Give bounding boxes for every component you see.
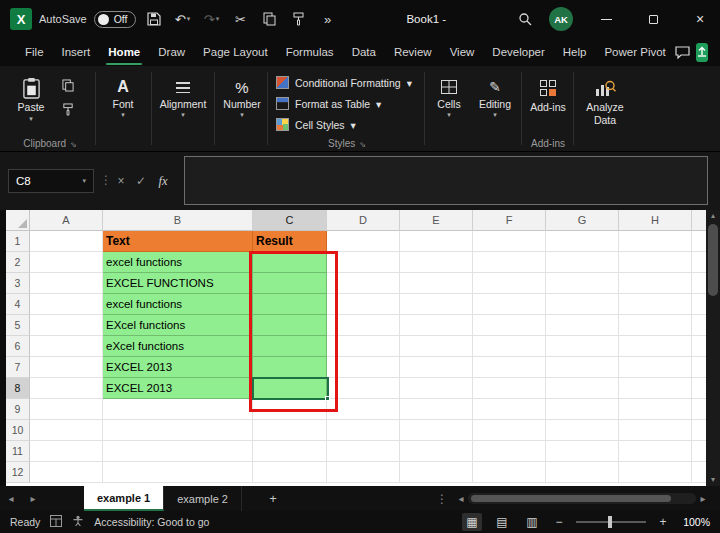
cell-E5[interactable] xyxy=(400,315,473,336)
cell-C7[interactable] xyxy=(253,357,327,378)
editing-group-button[interactable]: ✎ Editing ▾ xyxy=(472,66,518,151)
sheet-tab-example-1[interactable]: example 1 xyxy=(84,486,164,511)
paste-button[interactable]: Paste ▾ xyxy=(10,68,52,123)
cell-D12[interactable] xyxy=(327,462,400,483)
cell-D1[interactable] xyxy=(327,231,400,252)
cell-A6[interactable] xyxy=(30,336,103,357)
normal-view-icon[interactable]: ▦ xyxy=(462,513,482,531)
sheet-next-icon[interactable]: ▸ xyxy=(22,493,44,504)
cell-G2[interactable] xyxy=(546,252,619,273)
zoom-level[interactable]: 100% xyxy=(680,516,710,528)
cell-B1[interactable]: Text xyxy=(103,231,253,252)
horizontal-scrollbar[interactable]: ◂ ▸ xyxy=(454,493,710,504)
cell-E4[interactable] xyxy=(400,294,473,315)
cell-A12[interactable] xyxy=(30,462,103,483)
cell-D8[interactable] xyxy=(327,378,400,399)
cell-G9[interactable] xyxy=(546,399,619,420)
addins-button[interactable]: Add-ins xyxy=(526,68,570,114)
dialog-launcher-icon[interactable]: ⇘ xyxy=(70,140,77,149)
cell-E1[interactable] xyxy=(400,231,473,252)
page-break-view-icon[interactable]: ▥ xyxy=(522,513,542,531)
col-header-D[interactable]: D xyxy=(327,210,400,231)
cell-H2[interactable] xyxy=(619,252,692,273)
cell-C3[interactable] xyxy=(253,273,327,294)
cell-F3[interactable] xyxy=(473,273,546,294)
cell-A4[interactable] xyxy=(30,294,103,315)
format-painter-icon[interactable] xyxy=(288,7,310,31)
cell-B8[interactable]: EXCEL 2013 xyxy=(103,378,253,399)
cell-G6[interactable] xyxy=(546,336,619,357)
row-header-7[interactable]: 7 xyxy=(6,357,30,378)
cell-B7[interactable]: EXCEL 2013 xyxy=(103,357,253,378)
cell-B6[interactable]: eXcel functions xyxy=(103,336,253,357)
cell-D6[interactable] xyxy=(327,336,400,357)
conditional-formatting-button[interactable]: Conditional Formatting ▾ xyxy=(276,73,422,92)
cell-C12[interactable] xyxy=(253,462,327,483)
row-header-4[interactable]: 4 xyxy=(6,294,30,315)
account-avatar[interactable]: AK xyxy=(549,7,573,31)
cell-F1[interactable] xyxy=(473,231,546,252)
cell-H4[interactable] xyxy=(619,294,692,315)
accessibility-status[interactable]: Accessibility: Good to go xyxy=(94,516,209,528)
row-header-5[interactable]: 5 xyxy=(6,315,30,336)
cell-D5[interactable] xyxy=(327,315,400,336)
menu-tab-insert[interactable]: Insert xyxy=(53,38,100,66)
maximize-button[interactable] xyxy=(633,0,673,38)
dialog-launcher-icon[interactable]: ⇘ xyxy=(359,140,366,149)
cell-G8[interactable] xyxy=(546,378,619,399)
analyze-data-button[interactable]: Analyze Data xyxy=(578,68,632,148)
vertical-scroll-thumb[interactable] xyxy=(708,224,718,296)
col-header-H[interactable]: H xyxy=(619,210,692,231)
excel-logo-icon[interactable]: X xyxy=(10,8,32,30)
menu-tab-view[interactable]: View xyxy=(441,38,484,66)
row-header-12[interactable]: 12 xyxy=(6,462,30,483)
menu-tab-page-layout[interactable]: Page Layout xyxy=(194,38,277,66)
row-header-8[interactable]: 8 xyxy=(6,378,30,399)
cell-G4[interactable] xyxy=(546,294,619,315)
cell-F7[interactable] xyxy=(473,357,546,378)
cell-E11[interactable] xyxy=(400,441,473,462)
cell-H3[interactable] xyxy=(619,273,692,294)
cells-group-button[interactable]: Cells ▾ xyxy=(429,66,469,151)
add-sheet-button[interactable]: + xyxy=(260,491,286,506)
row-header-3[interactable]: 3 xyxy=(6,273,30,294)
row-header-9[interactable]: 9 xyxy=(6,399,30,420)
fill-handle[interactable] xyxy=(325,396,330,401)
enter-icon[interactable]: ✓ xyxy=(132,169,150,193)
cell-C4[interactable] xyxy=(253,294,327,315)
select-all-corner[interactable] xyxy=(6,210,30,231)
cell-E6[interactable] xyxy=(400,336,473,357)
zoom-slider-thumb[interactable] xyxy=(608,516,612,528)
cell-C10[interactable] xyxy=(253,420,327,441)
cell-A7[interactable] xyxy=(30,357,103,378)
zoom-slider[interactable] xyxy=(576,521,646,523)
menu-tab-formulas[interactable]: Formulas xyxy=(277,38,343,66)
cell-D10[interactable] xyxy=(327,420,400,441)
menu-tab-power-pivot[interactable]: Power Pivot xyxy=(595,38,674,66)
cell-H11[interactable] xyxy=(619,441,692,462)
cell-H1[interactable] xyxy=(619,231,692,252)
col-header-G[interactable]: G xyxy=(546,210,619,231)
row-header-11[interactable]: 11 xyxy=(6,441,30,462)
menu-tab-review[interactable]: Review xyxy=(385,38,441,66)
cell-G10[interactable] xyxy=(546,420,619,441)
menu-tab-home[interactable]: Home xyxy=(99,38,149,66)
menu-tab-file[interactable]: File xyxy=(16,38,53,66)
scroll-down-icon[interactable]: ▾ xyxy=(706,474,720,486)
cell-D11[interactable] xyxy=(327,441,400,462)
cell-D3[interactable] xyxy=(327,273,400,294)
macro-record-icon[interactable] xyxy=(50,515,62,529)
cell-A2[interactable] xyxy=(30,252,103,273)
cell-H9[interactable] xyxy=(619,399,692,420)
cell-B10[interactable] xyxy=(103,420,253,441)
accessibility-icon[interactable] xyxy=(72,515,84,529)
page-layout-view-icon[interactable]: ▤ xyxy=(492,513,512,531)
cell-E9[interactable] xyxy=(400,399,473,420)
cell-E12[interactable] xyxy=(400,462,473,483)
cell-F5[interactable] xyxy=(473,315,546,336)
cell-E2[interactable] xyxy=(400,252,473,273)
cell-C11[interactable] xyxy=(253,441,327,462)
cell-H6[interactable] xyxy=(619,336,692,357)
format-as-table-button[interactable]: Format as Table ▾ xyxy=(276,94,422,113)
cell-F9[interactable] xyxy=(473,399,546,420)
